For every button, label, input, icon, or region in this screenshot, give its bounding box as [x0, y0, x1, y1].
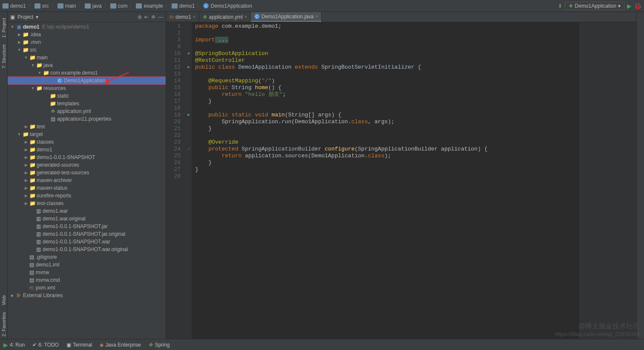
tree-main[interactable]: ▼📁main [8, 54, 166, 61]
tree-appprops[interactable]: ▤application11.properties [8, 115, 166, 123]
run-gutter-icon[interactable]: ▶ [187, 112, 190, 119]
tree-idea[interactable]: ▶📁.idea [8, 31, 166, 38]
bc-main[interactable]: main [58, 3, 76, 9]
folder-icon [136, 3, 142, 9]
status-todo[interactable]: ✔6: TODO [32, 342, 59, 348]
tab-appyml[interactable]: ❖application.yml× [199, 12, 251, 22]
tree-root[interactable]: ▼▣demo1E:\xjc-eclipse\demo1 [8, 23, 166, 31]
run-config-dropdown[interactable]: ❖ Demo1Application ▾ [565, 2, 624, 10]
tree-snapwarorig[interactable]: ▥demo1-0.0.1-SNAPSHOT.war.original [8, 246, 166, 253]
tree-warorig[interactable]: ▥demo1.war.original [8, 215, 166, 223]
tree-src[interactable]: ▼📁src [8, 46, 166, 54]
close-icon[interactable]: × [193, 14, 196, 19]
status-terminal[interactable]: ▣Terminal [66, 342, 92, 348]
main-area: 1: Project 7: Structure Web 2: Favorites… [0, 12, 644, 339]
right-gutter [636, 12, 644, 339]
editor-tabs: mdemo1× ❖application.yml× CDemo1Applicat… [166, 12, 636, 22]
collapse-icon[interactable]: ⇤ [144, 14, 149, 20]
folder-icon [110, 3, 116, 9]
chevron-down-icon: ▾ [618, 3, 621, 9]
run-button[interactable]: ▶ [627, 3, 632, 9]
editor-body[interactable]: 1 2 3 9 10❖ 11 12▶ 13 14 15 16 17 18 19▶… [166, 22, 636, 339]
tree-pkg[interactable]: ▼📁com.example.demo1 [8, 69, 166, 77]
tab-web[interactable]: Web [1, 293, 6, 307]
tree-mvnstat[interactable]: ▶📁maven-status [8, 184, 166, 192]
tree-mvn[interactable]: ▶📁.mvn [8, 38, 166, 46]
project-tree[interactable]: ▼▣demo1E:\xjc-eclipse\demo1 ▶📁.idea ▶📁.m… [8, 22, 166, 339]
tree-testcls[interactable]: ▶📁test-classes [8, 200, 166, 207]
run-gutter-icon[interactable]: ▶ [187, 64, 190, 71]
tree-tgt-demo1[interactable]: ▶📁demo1 [8, 146, 166, 153]
tree-pom[interactable]: mpom.xml [8, 284, 166, 292]
hide-icon[interactable]: — [158, 14, 163, 20]
tree-templates[interactable]: 📁templates [8, 100, 166, 107]
class-icon: C [203, 3, 209, 9]
tree-gentest[interactable]: ▶📁generated-test-sources [8, 169, 166, 176]
bc-java[interactable]: java [85, 3, 102, 9]
status-spring[interactable]: ❖Spring [149, 342, 170, 348]
spring-icon: ❖ [203, 14, 207, 20]
folder-icon [3, 3, 9, 9]
tree-static[interactable]: 📁static [8, 92, 166, 100]
breadcrumbs: demo1 〉 src 〉 main 〉 java 〉 com 〉 exampl… [3, 2, 252, 9]
tree-resources[interactable]: ▼📁resources [8, 84, 166, 92]
project-icon: ▣ [10, 14, 15, 20]
tab-demo1[interactable]: mdemo1× [166, 12, 199, 22]
tree-mvnarch[interactable]: ▶📁maven-archiver [8, 176, 166, 184]
bc-example[interactable]: example [136, 3, 163, 9]
class-icon: C [254, 14, 260, 19]
tree-surefire[interactable]: ▶📁surefire-reports [8, 192, 166, 200]
chevron-down-icon[interactable]: ▾ [36, 14, 38, 20]
tree-snapwar[interactable]: ▥demo1-0.0.1-SNAPSHOT.war [8, 238, 166, 246]
je-icon: ◈ [100, 342, 104, 348]
gutter[interactable]: 1 2 3 9 10❖ 11 12▶ 13 14 15 16 17 18 19▶… [166, 22, 192, 339]
tab-project[interactable]: 1: Project [1, 15, 6, 40]
maven-icon: m [170, 14, 174, 20]
locate-icon[interactable]: ⊕ [138, 14, 142, 20]
toolbar-right: ⬇ ❖ Demo1Application ▾ ▶ 🐞 [558, 2, 641, 10]
tree-mvnwcmd[interactable]: ▤mvnw.cmd [8, 276, 166, 284]
tree-target[interactable]: ▼📁target [8, 130, 166, 138]
project-panel: ▣ Project ▾ ⊕ ⇤ ✲ — ▼▣demo1E:\xjc-eclips… [8, 12, 166, 339]
status-bar: ▶4: Run ✔6: TODO ▣Terminal ◈Java Enterpr… [0, 339, 644, 350]
tree-java[interactable]: ▼📁java [8, 61, 166, 69]
tab-demoapp[interactable]: CDemo1Application.java× [251, 12, 322, 22]
tree-mvnw[interactable]: ▤mvnw [8, 269, 166, 276]
panel-title: Project [17, 14, 33, 20]
top-bar: demo1 〉 src 〉 main 〉 java 〉 com 〉 exampl… [0, 0, 644, 12]
close-icon[interactable]: × [244, 14, 247, 19]
tree-jarorig[interactable]: ▥demo1-0.0.1-SNAPSHOT.jar.original [8, 230, 166, 238]
spring-icon: ❖ [149, 342, 153, 348]
code-text[interactable]: package com.example.demo1; import ... @S… [192, 22, 579, 339]
spring-gutter-icon[interactable]: ❖ [187, 50, 190, 57]
tree-gitignore[interactable]: ▤.gitignore [8, 253, 166, 261]
bc-class[interactable]: CDemo1Application [203, 3, 252, 9]
tree-snapshot[interactable]: ▶📁demo1-0.0.1-SNAPSHOT [8, 153, 166, 161]
tree-app-class[interactable]: CDemo1Application [8, 77, 166, 84]
close-icon[interactable]: × [316, 14, 318, 19]
bc-src[interactable]: src [34, 3, 49, 9]
status-run[interactable]: ▶4: Run [3, 341, 25, 348]
folder-icon [85, 3, 91, 9]
tree-war[interactable]: ▥demo1.war [8, 207, 166, 215]
bc-demo1[interactable]: demo1 [3, 3, 26, 9]
override-gutter-icon[interactable]: ○ [187, 146, 190, 153]
folder-icon [172, 3, 178, 9]
tab-structure[interactable]: 7: Structure [1, 42, 6, 71]
tree-jar[interactable]: ▥demo1-0.0.1-SNAPSHOT.jar [8, 223, 166, 230]
spring-icon: ❖ [569, 3, 573, 9]
tree-appyml[interactable]: ❖application.yml [8, 107, 166, 115]
tree-test[interactable]: ▶📁test [8, 123, 166, 130]
tab-favorites[interactable]: 2: Favorites [1, 310, 6, 339]
tree-gensrc[interactable]: ▶📁generated-sources [8, 161, 166, 169]
build-icon[interactable]: ⬇ [558, 3, 562, 9]
tree-extlib[interactable]: ▶⊪External Libraries [8, 292, 166, 299]
bc-com[interactable]: com [110, 3, 128, 9]
bc-demo1-pkg[interactable]: demo1 [172, 3, 195, 9]
debug-button[interactable]: 🐞 [634, 3, 641, 9]
status-je[interactable]: ◈Java Enterprise [100, 342, 141, 348]
tree-iml[interactable]: ▤demo1.iml [8, 261, 166, 269]
panel-header: ▣ Project ▾ ⊕ ⇤ ✲ — [8, 12, 166, 22]
settings-icon[interactable]: ✲ [151, 14, 155, 20]
tree-classes[interactable]: ▶📁classes [8, 138, 166, 146]
